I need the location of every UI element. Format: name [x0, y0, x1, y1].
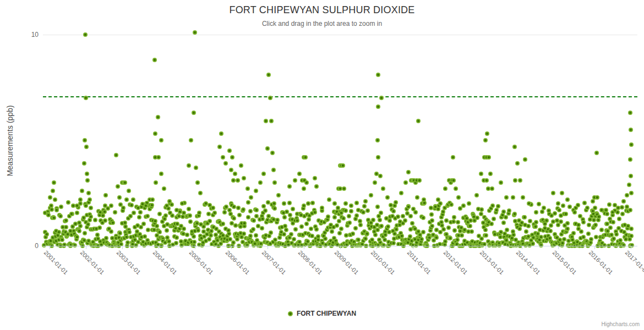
- data-point[interactable]: [385, 195, 390, 200]
- data-point[interactable]: [302, 186, 306, 191]
- data-point[interactable]: [513, 178, 517, 183]
- data-point[interactable]: [156, 115, 160, 119]
- data-point[interactable]: [542, 206, 546, 210]
- data-point[interactable]: [123, 180, 127, 185]
- data-point[interactable]: [211, 206, 215, 210]
- data-point[interactable]: [116, 184, 120, 189]
- data-point[interactable]: [159, 172, 163, 176]
- data-point[interactable]: [261, 172, 266, 176]
- data-point[interactable]: [75, 204, 79, 208]
- data-point[interactable]: [314, 184, 319, 189]
- data-point[interactable]: [467, 201, 471, 206]
- data-point[interactable]: [595, 195, 599, 200]
- data-point[interactable]: [599, 208, 604, 212]
- data-point[interactable]: [534, 210, 538, 215]
- data-point[interactable]: [138, 210, 143, 215]
- data-point[interactable]: [230, 155, 234, 160]
- data-point[interactable]: [399, 191, 403, 195]
- data-point[interactable]: [162, 186, 166, 191]
- data-point[interactable]: [474, 193, 479, 197]
- data-point[interactable]: [376, 105, 380, 109]
- data-point[interactable]: [369, 193, 373, 197]
- data-point[interactable]: [271, 168, 276, 172]
- data-point[interactable]: [483, 138, 488, 142]
- data-point[interactable]: [103, 193, 108, 197]
- data-point[interactable]: [54, 208, 59, 212]
- data-point[interactable]: [219, 131, 223, 136]
- data-point[interactable]: [485, 131, 489, 136]
- data-point[interactable]: [629, 227, 634, 231]
- data-point[interactable]: [217, 145, 222, 149]
- data-point[interactable]: [629, 142, 634, 147]
- data-point[interactable]: [572, 210, 577, 215]
- data-point[interactable]: [378, 174, 383, 178]
- data-point[interactable]: [269, 119, 274, 123]
- data-point[interactable]: [69, 212, 74, 216]
- data-point[interactable]: [265, 146, 270, 151]
- data-point[interactable]: [629, 128, 633, 132]
- data-point[interactable]: [304, 180, 309, 185]
- data-point[interactable]: [461, 204, 466, 208]
- data-point[interactable]: [504, 195, 509, 200]
- data-point[interactable]: [204, 201, 208, 206]
- data-point[interactable]: [451, 178, 456, 183]
- data-point[interactable]: [616, 206, 620, 210]
- data-point[interactable]: [227, 148, 232, 153]
- data-point[interactable]: [86, 191, 91, 195]
- data-point[interactable]: [83, 32, 88, 37]
- data-point[interactable]: [436, 197, 440, 202]
- data-point[interactable]: [270, 151, 275, 155]
- data-point[interactable]: [379, 96, 384, 100]
- data-point[interactable]: [156, 155, 161, 160]
- data-point[interactable]: [416, 119, 421, 123]
- data-point[interactable]: [417, 178, 422, 183]
- data-point[interactable]: [621, 199, 626, 204]
- legend-item[interactable]: FORT CHIPEWYAN: [0, 310, 644, 317]
- data-point[interactable]: [239, 163, 243, 168]
- data-point[interactable]: [512, 145, 517, 149]
- data-point[interactable]: [159, 138, 163, 142]
- data-point[interactable]: [306, 201, 310, 206]
- data-point[interactable]: [80, 189, 84, 193]
- data-point[interactable]: [556, 201, 560, 206]
- data-point[interactable]: [236, 178, 240, 183]
- data-point[interactable]: [231, 178, 236, 183]
- data-point[interactable]: [373, 180, 377, 185]
- plot-area[interactable]: [43, 35, 637, 246]
- data-point[interactable]: [303, 155, 308, 160]
- data-point[interactable]: [131, 197, 135, 202]
- data-point[interactable]: [88, 197, 92, 202]
- data-point[interactable]: [83, 138, 87, 142]
- data-point[interactable]: [320, 206, 324, 210]
- data-point[interactable]: [499, 180, 503, 185]
- data-point[interactable]: [605, 212, 609, 216]
- data-point[interactable]: [223, 161, 228, 166]
- data-point[interactable]: [127, 189, 131, 193]
- data-point[interactable]: [376, 73, 380, 77]
- data-point[interactable]: [487, 155, 491, 160]
- highcharts-credits-link[interactable]: Highcharts.com: [602, 321, 640, 327]
- data-point[interactable]: [287, 184, 292, 189]
- data-point[interactable]: [254, 189, 258, 193]
- data-point[interactable]: [610, 210, 615, 215]
- data-point[interactable]: [174, 208, 179, 212]
- data-point[interactable]: [198, 191, 203, 195]
- data-point[interactable]: [189, 138, 193, 142]
- data-point[interactable]: [194, 166, 198, 170]
- data-point[interactable]: [451, 155, 455, 160]
- data-point[interactable]: [628, 208, 632, 212]
- data-point[interactable]: [221, 155, 225, 160]
- data-point[interactable]: [627, 183, 631, 187]
- data-point[interactable]: [297, 172, 302, 176]
- data-point[interactable]: [454, 186, 458, 191]
- data-point[interactable]: [327, 197, 331, 202]
- data-point[interactable]: [109, 204, 113, 208]
- data-point[interactable]: [249, 195, 253, 200]
- data-point[interactable]: [48, 195, 52, 200]
- data-point[interactable]: [591, 199, 595, 204]
- data-point[interactable]: [124, 197, 129, 202]
- data-point[interactable]: [488, 172, 493, 176]
- data-point[interactable]: [594, 151, 599, 155]
- data-point[interactable]: [82, 161, 86, 166]
- data-point[interactable]: [422, 197, 426, 202]
